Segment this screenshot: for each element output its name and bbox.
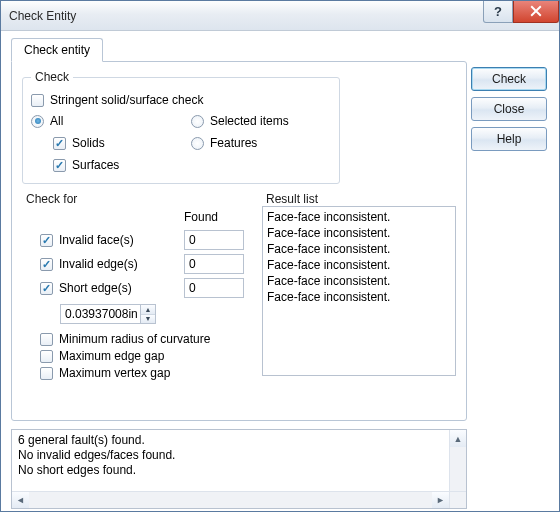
invalid-edge-checkbox[interactable]: [40, 258, 53, 271]
check-legend: Check: [31, 70, 73, 84]
window-title: Check Entity: [9, 9, 483, 23]
surfaces-row[interactable]: Surfaces: [53, 158, 171, 172]
result-list-group: Result list Face-face inconsistent. Face…: [262, 192, 456, 383]
max-edge-gap-row[interactable]: Maximum edge gap: [40, 349, 244, 363]
check-button[interactable]: Check: [471, 67, 547, 91]
help-button[interactable]: Help: [471, 127, 547, 151]
close-icon[interactable]: [513, 1, 559, 23]
short-edge-label: Short edge(s): [59, 281, 132, 295]
min-radius-label: Minimum radius of curvature: [59, 332, 210, 346]
features-row[interactable]: Features: [191, 136, 331, 150]
list-item[interactable]: Face-face inconsistent.: [267, 225, 451, 241]
stringent-checkbox[interactable]: [31, 94, 44, 107]
all-radio[interactable]: [31, 115, 44, 128]
selected-label: Selected items: [210, 114, 289, 128]
invalid-face-checkbox[interactable]: [40, 234, 53, 247]
surfaces-label: Surfaces: [72, 158, 119, 172]
tab-panel: Check Stringent solid/surface check All …: [11, 61, 467, 421]
tab-check-entity[interactable]: Check entity: [11, 38, 103, 62]
help-icon[interactable]: ?: [483, 1, 513, 23]
list-item[interactable]: Face-face inconsistent.: [267, 273, 451, 289]
features-label: Features: [210, 136, 257, 150]
selected-row[interactable]: Selected items: [191, 114, 331, 128]
tolerance-spinner[interactable]: 0.03937008in ▲ ▼: [60, 304, 244, 324]
titlebar: Check Entity ?: [1, 1, 559, 31]
dialog-body: Check Close Help Check entity Check Stri…: [1, 31, 559, 511]
messages-box[interactable]: 6 general fault(s) found. No invalid edg…: [11, 429, 467, 509]
tolerance-down-icon[interactable]: ▼: [141, 315, 155, 324]
invalid-face-label: Invalid face(s): [59, 233, 134, 247]
found-header: Found: [184, 210, 244, 224]
invalid-face-value: 0: [184, 230, 244, 250]
features-radio[interactable]: [191, 137, 204, 150]
list-item[interactable]: Face-face inconsistent.: [267, 209, 451, 225]
max-vertex-gap-label: Maximum vertex gap: [59, 366, 170, 380]
all-label: All: [50, 114, 63, 128]
scroll-right-icon[interactable]: ►: [432, 492, 449, 508]
invalid-edge-row[interactable]: Invalid edge(s): [40, 257, 172, 271]
surfaces-checkbox[interactable]: [53, 159, 66, 172]
list-item[interactable]: Face-face inconsistent.: [267, 257, 451, 273]
tabstrip: Check entity: [11, 38, 467, 62]
scroll-up-icon[interactable]: ▲: [450, 430, 466, 447]
check-for-legend: Check for: [22, 192, 81, 206]
list-item[interactable]: Face-face inconsistent.: [267, 289, 451, 305]
stringent-label: Stringent solid/surface check: [50, 93, 203, 107]
scroll-corner: [449, 492, 466, 508]
all-row[interactable]: All: [31, 114, 171, 128]
message-line: 6 general fault(s) found.: [18, 433, 460, 448]
scroll-left-icon[interactable]: ◄: [12, 492, 29, 508]
short-edge-row[interactable]: Short edge(s): [40, 281, 172, 295]
selected-radio[interactable]: [191, 115, 204, 128]
list-item[interactable]: Face-face inconsistent.: [267, 241, 451, 257]
horizontal-scrollbar[interactable]: ◄ ►: [12, 491, 466, 508]
vertical-scrollbar[interactable]: ▲: [449, 430, 466, 491]
stringent-row[interactable]: Stringent solid/surface check: [31, 93, 331, 107]
solids-row[interactable]: Solids: [53, 136, 171, 150]
message-line: No short edges found.: [18, 463, 460, 478]
solids-label: Solids: [72, 136, 105, 150]
close-button[interactable]: Close: [471, 97, 547, 121]
check-for-group: Check for Found Invalid face(s) 0: [22, 192, 244, 383]
message-line: No invalid edges/faces found.: [18, 448, 460, 463]
min-radius-checkbox[interactable]: [40, 333, 53, 346]
titlebar-buttons: ?: [483, 1, 559, 23]
min-radius-row[interactable]: Minimum radius of curvature: [40, 332, 244, 346]
messages-content: 6 general fault(s) found. No invalid edg…: [12, 430, 466, 481]
tolerance-up-icon[interactable]: ▲: [141, 305, 155, 315]
tolerance-input[interactable]: 0.03937008in: [60, 304, 140, 324]
max-edge-gap-checkbox[interactable]: [40, 350, 53, 363]
result-list-legend: Result list: [262, 192, 322, 206]
invalid-edge-value: 0: [184, 254, 244, 274]
max-edge-gap-label: Maximum edge gap: [59, 349, 164, 363]
short-edge-checkbox[interactable]: [40, 282, 53, 295]
max-vertex-gap-row[interactable]: Maximum vertex gap: [40, 366, 244, 380]
max-vertex-gap-checkbox[interactable]: [40, 367, 53, 380]
invalid-edge-label: Invalid edge(s): [59, 257, 138, 271]
short-edge-value: 0: [184, 278, 244, 298]
side-buttons: Check Close Help: [471, 67, 547, 151]
dialog-window: Check Entity ? Check Close Help Check en…: [0, 0, 560, 512]
check-group: Check Stringent solid/surface check All …: [22, 70, 340, 184]
invalid-face-row[interactable]: Invalid face(s): [40, 233, 172, 247]
solids-checkbox[interactable]: [53, 137, 66, 150]
result-list[interactable]: Face-face inconsistent. Face-face incons…: [262, 206, 456, 376]
